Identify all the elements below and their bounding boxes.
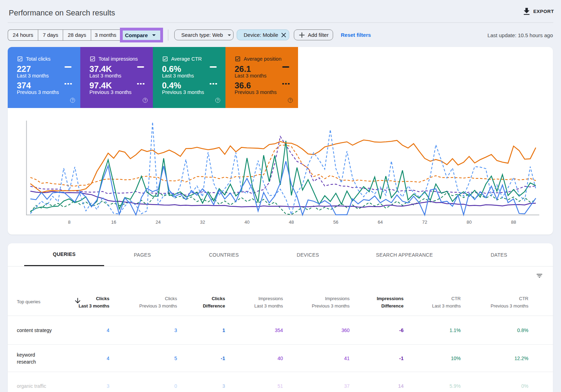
svg-text:24: 24 xyxy=(156,219,161,225)
svg-text:72: 72 xyxy=(422,219,427,225)
svg-text:64: 64 xyxy=(378,219,383,225)
svg-text:32: 32 xyxy=(200,219,205,225)
svg-text:8: 8 xyxy=(68,219,70,225)
svg-text:80: 80 xyxy=(467,219,472,225)
svg-text:40: 40 xyxy=(244,219,249,225)
svg-text:48: 48 xyxy=(289,219,294,225)
svg-text:88: 88 xyxy=(511,219,516,225)
svg-text:16: 16 xyxy=(111,219,116,225)
svg-text:56: 56 xyxy=(333,219,338,225)
